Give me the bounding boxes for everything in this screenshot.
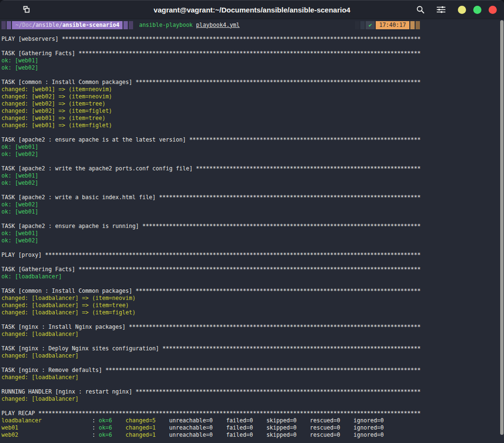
command: ansible-playbook xyxy=(139,22,193,28)
terminal-line: TASK [apache2 : write a basic index.html… xyxy=(1,194,504,201)
terminal-line: TASK [nginx : Deploy Nginx sites configu… xyxy=(1,345,504,352)
terminal-line xyxy=(1,216,504,223)
recap-host: loadbalancer xyxy=(1,417,92,424)
terminal-line: changed: [web02] => (item=tree) xyxy=(1,100,504,108)
shell-prompt: ~/Doc/ansible/ansible-scenario4 ansible-… xyxy=(1,21,420,29)
terminal-line: TASK [common : Install Common packages] … xyxy=(1,287,504,295)
terminal-line: PLAY RECAP *****************************… xyxy=(1,410,504,417)
search-button[interactable] xyxy=(415,4,426,15)
terminal-line: changed: [loadbalancer] => (item=neovim) xyxy=(1,295,504,302)
terminal-line: changed: [loadbalancer] xyxy=(1,374,504,381)
terminal-line xyxy=(1,359,504,367)
terminal-line xyxy=(1,244,504,251)
terminal-line: TASK [apache2 : write the apache2 ports.… xyxy=(1,165,504,172)
powerline-segment xyxy=(123,21,128,29)
exit-status-check-icon: ✔ xyxy=(366,21,375,29)
menu-button[interactable] xyxy=(436,4,446,15)
titlebar[interactable]: vagrant@vagrant:~/Documents/ansible/ansi… xyxy=(0,0,504,19)
powerline-segment xyxy=(355,21,359,29)
recap-unreachable: unreachable=0 xyxy=(169,417,226,424)
terminal-line: TASK [apache2 : ensure apache is running… xyxy=(1,223,504,230)
terminal-line xyxy=(1,72,504,79)
terminal-line xyxy=(1,259,504,266)
terminal-line: ok: [web01] xyxy=(1,144,504,151)
terminal-output: PLAY [webservers] **********************… xyxy=(1,36,504,417)
terminal-line: ok: [web01] xyxy=(1,57,504,64)
terminal-line xyxy=(1,381,504,388)
new-tab-icon xyxy=(22,5,31,14)
terminal-line: ok: [web02] xyxy=(1,64,504,72)
recap-ignored: ignored=0 xyxy=(354,417,384,424)
recap-row: web02: ok=6changed=1unreachable=0failed=… xyxy=(1,431,504,439)
powerline-segment xyxy=(360,21,365,29)
terminal-line: changed: [web02] => (item=neovim) xyxy=(1,93,504,100)
terminal-line: TASK [apache2 : ensure apache is at the … xyxy=(1,136,504,144)
play-recap: loadbalancer: ok=6changed=5unreachable=0… xyxy=(1,417,504,439)
close-button[interactable] xyxy=(489,6,497,14)
prompt-right: ✔ 17:40:17 xyxy=(355,21,420,29)
terminal-line: TASK [Gathering Facts] *****************… xyxy=(1,50,504,57)
powerline-segment xyxy=(1,21,6,29)
scrollbar[interactable] xyxy=(500,20,504,435)
recap-host: web02 xyxy=(1,431,92,439)
new-tab-button[interactable] xyxy=(22,5,31,14)
prompt-left: ~/Doc/ansible/ansible-scenario4 ansible-… xyxy=(1,21,240,29)
terminal-line: ok: [web02] xyxy=(1,151,504,158)
terminal-line: changed: [loadbalancer] xyxy=(1,352,504,359)
recap-ok: ok=6 xyxy=(98,424,125,431)
terminal-line xyxy=(1,316,504,323)
terminal-line xyxy=(1,43,504,50)
terminal-line xyxy=(1,187,504,194)
terminal-line: ok: [web02] xyxy=(1,180,504,187)
terminal-content: ~/Doc/ansible/ansible-scenario4 ansible-… xyxy=(0,19,504,439)
powerline-segment xyxy=(410,21,415,29)
recap-host: web01 xyxy=(1,424,92,431)
recap-ok: ok=6 xyxy=(98,431,125,439)
recap-unreachable: unreachable=0 xyxy=(169,431,226,439)
terminal-line: PLAY [proxy] ***************************… xyxy=(1,251,504,259)
recap-failed: failed=0 xyxy=(226,424,267,431)
recap-failed: failed=0 xyxy=(226,417,267,424)
command-line: ansible-playbook playbook4.yml xyxy=(139,22,239,29)
recap-skipped: skipped=0 xyxy=(266,431,310,439)
terminal-line: ok: [web01] xyxy=(1,208,504,216)
recap-unreachable: unreachable=0 xyxy=(169,424,226,431)
powerline-segment xyxy=(129,21,133,29)
terminal-line xyxy=(1,338,504,345)
maximize-button[interactable] xyxy=(473,6,481,14)
terminal-line: TASK [common : Install Common packages] … xyxy=(1,79,504,86)
recap-row: web01: ok=6changed=1unreachable=0failed=… xyxy=(1,424,504,431)
recap-changed: changed=5 xyxy=(125,417,169,424)
terminal-line: changed: [web01] => (item=tree) xyxy=(1,115,504,122)
powerline-segment xyxy=(416,21,420,29)
recap-ignored: ignored=0 xyxy=(354,431,384,439)
preferences-icon xyxy=(436,6,446,13)
terminal-line xyxy=(1,158,504,165)
current-directory: ~/Doc/ansible/ansible-scenario4 xyxy=(12,21,123,29)
powerline-segment xyxy=(7,21,11,29)
search-icon xyxy=(416,5,425,14)
recap-skipped: skipped=0 xyxy=(266,424,310,431)
recap-ignored: ignored=0 xyxy=(354,424,384,431)
terminal-line: changed: [loadbalancer] xyxy=(1,331,504,338)
terminal-line: TASK [Gathering Facts] *****************… xyxy=(1,266,504,273)
recap-rescued: rescued=0 xyxy=(310,424,354,431)
terminal-line: changed: [web01] => (item=figlet) xyxy=(1,122,504,129)
terminal-line: PLAY [webservers] **********************… xyxy=(1,36,504,43)
terminal-line: changed: [web02] => (item=figlet) xyxy=(1,108,504,115)
recap-row: loadbalancer: ok=6changed=5unreachable=0… xyxy=(1,417,504,424)
terminal-line: changed: [loadbalancer] xyxy=(1,395,504,403)
terminal-line: ok: [web01] xyxy=(1,172,504,180)
minimize-button[interactable] xyxy=(458,6,466,14)
recap-rescued: rescued=0 xyxy=(310,431,354,439)
terminal-line: changed: [loadbalancer] => (item=figlet) xyxy=(1,309,504,316)
recap-ok: ok=6 xyxy=(98,417,125,424)
recap-failed: failed=0 xyxy=(226,431,267,439)
terminal-line: TASK [nginx : Install Nginx packages] **… xyxy=(1,323,504,331)
terminal-line xyxy=(1,403,504,410)
terminal-line: ok: [web01] xyxy=(1,230,504,237)
terminal-line: changed: [loadbalancer] => (item=tree) xyxy=(1,302,504,309)
terminal-line: ok: [loadbalancer] xyxy=(1,273,504,280)
recap-changed: changed=1 xyxy=(125,424,169,431)
terminal-line: ok: [web02] xyxy=(1,237,504,244)
